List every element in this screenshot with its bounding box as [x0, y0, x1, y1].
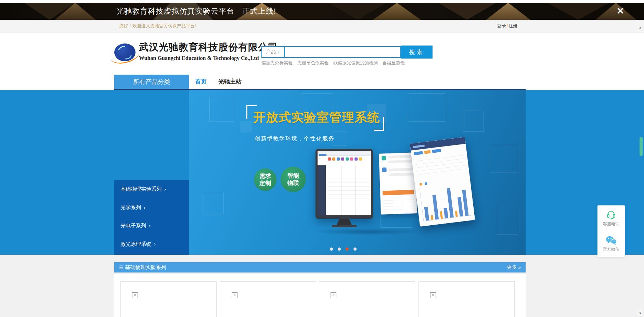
scrollbar-thumb[interactable] [640, 137, 643, 156]
welcome-greeting: 您好！欢迎进入光驰官方仿真产品平台! [119, 20, 196, 32]
carousel-dot[interactable] [338, 248, 341, 251]
hero-pattern-square [497, 203, 518, 234]
badge-text: 需求 [259, 173, 271, 180]
monitor-base [332, 225, 357, 227]
login-register-divider: / [506, 23, 508, 28]
service-phone-button[interactable]: 客服电话 [597, 205, 625, 231]
sidebar-item-label: 基础物理实验系列 [120, 186, 162, 192]
sidebar-item-laser-principle[interactable]: 激光原理系统 › [114, 235, 189, 253]
badge-text: 物联 [287, 179, 299, 187]
headset-icon [606, 210, 616, 220]
search-category-label: 产品 [266, 49, 276, 55]
hero-pattern-square [203, 193, 224, 214]
notice-text: 光驰教育科技虚拟仿真实验云平台 正式上线! [116, 3, 276, 20]
hero-section: 开放式实验室管理系统 创新型教学环境，个性化服务 需求 定制 智能 物联 [0, 90, 644, 255]
hero-panel-graphic [379, 152, 417, 215]
search-button[interactable]: 搜索 [401, 46, 433, 59]
wechat-icon [605, 236, 617, 245]
chevron-right-icon: › [164, 187, 166, 192]
product-card[interactable]: × [220, 281, 316, 317]
hero-chart-panel-graphic [410, 137, 475, 227]
chevron-right-icon: › [149, 223, 151, 229]
badge-text: 智能 [287, 172, 299, 179]
official-wechat-button[interactable]: 官方微信 [597, 231, 625, 256]
hero-subtitle: 创新型教学环境，个性化服务 [255, 135, 335, 142]
auth-links: 登录/注册 [497, 20, 517, 32]
hero-title: 开放式实验室管理系统 [253, 109, 380, 126]
badge-text: 定制 [259, 180, 271, 187]
main-nav: 所有产品分类 首页 光驰主站 [0, 75, 644, 89]
monitor-screen [318, 151, 371, 215]
search-box: 产品 ∨ [261, 46, 401, 58]
company-name-en: Wuhan Guangchi Education & Technology Co… [139, 55, 278, 61]
hero-monitor-graphic [315, 149, 373, 219]
hero-badge-iot: 智能 物联 [281, 167, 306, 192]
monitor-reflection [312, 228, 422, 235]
carousel-dots [330, 248, 357, 251]
welcome-bar: 您好！欢迎进入光驰官方仿真产品平台! 登录/注册 [0, 20, 644, 33]
official-wechat-label: 官方微信 [603, 246, 619, 252]
hero-pattern-square [490, 145, 518, 173]
sidebar-item-label: 激光原理系统 [120, 241, 151, 248]
login-link[interactable]: 登录 [497, 23, 506, 28]
list-icon: ☰ [119, 265, 124, 270]
chevron-down-icon: ∨ [277, 50, 280, 54]
chevron-right-icon: › [144, 205, 145, 210]
section-title: 基础物理实验系列 [125, 264, 166, 271]
search-input[interactable] [285, 47, 400, 57]
product-card[interactable]: × [120, 281, 217, 317]
broken-image-icon: × [232, 292, 237, 298]
scrollbar-down-arrow[interactable]: ∨ [637, 309, 643, 316]
product-card[interactable]: × [418, 281, 515, 317]
double-chevron-icon: » [518, 265, 521, 270]
hero-pattern-square [240, 121, 252, 132]
broken-image-icon: × [132, 292, 138, 298]
register-link[interactable]: 注册 [508, 23, 517, 28]
hot-search-link[interactable]: 光栅单色仪实验 [297, 60, 329, 66]
nav-home-tab[interactable]: 首页 [195, 75, 207, 89]
scrollbar-up-arrow[interactable]: ∧ [637, 25, 643, 31]
all-categories-button[interactable]: 所有产品分类 [114, 75, 189, 89]
sidebar-item-basic-physics[interactable]: 基础物理实验系列 › [114, 180, 189, 198]
hero-pattern-square [463, 111, 484, 132]
more-link[interactable]: 更多 » [507, 264, 521, 270]
hot-search-link[interactable]: 自组显微镜 [383, 60, 405, 66]
sidebar-item-optics[interactable]: 光学系列 › [114, 198, 189, 216]
more-label: 更多 [507, 264, 516, 270]
sidebar-item-label: 光电子系列 [120, 223, 146, 229]
broken-image-icon: × [430, 292, 436, 298]
product-card[interactable]: × [319, 281, 415, 317]
monitor-stand [337, 219, 352, 225]
hero-pattern-square [408, 93, 446, 122]
monitor-screen-body [318, 165, 371, 215]
hot-search-link[interactable]: 偏振光分析实验 [261, 60, 293, 66]
notice-banner: 光驰教育科技虚拟仿真实验云平台 正式上线! ✕ [0, 3, 644, 20]
carousel-dot-active[interactable] [346, 248, 349, 251]
section-header-bar: ☰ 基础物理实验系列 更多 » [114, 262, 526, 272]
chevron-right-icon: › [154, 241, 156, 247]
site-header: 武汉光驰教育科技股份有限公司 Wuhan Guangchi Education … [0, 33, 644, 75]
hero-badge-custom: 需求 定制 [254, 168, 276, 191]
carousel-dot[interactable] [330, 248, 333, 251]
banner-decor-triangle [438, 3, 496, 20]
company-name-zh: 武汉光驰教育科技股份有限公司 [139, 41, 278, 54]
hot-search-links: 偏振光分析实验 光栅单色仪实验 线偏振光偏振度的检测 自组显微镜 [261, 60, 405, 66]
products-section: ☰ 基础物理实验系列 更多 » × × × × [0, 255, 644, 317]
close-icon[interactable]: ✕ [615, 3, 626, 19]
service-phone-label: 客服电话 [603, 221, 619, 227]
customer-service-widget: 客服电话 官方微信 [597, 205, 625, 257]
logo-orbit-icon [109, 44, 141, 66]
banner-decor-triangle [486, 3, 530, 20]
sidebar-item-label: 光学系列 [120, 204, 141, 211]
hot-search-link[interactable]: 线偏振光偏振度的检测 [333, 60, 378, 66]
page: 光驰教育科技虚拟仿真实验云平台 正式上线! ✕ 您好！欢迎进入光驰官方仿真产品平… [0, 0, 644, 317]
hero-banner[interactable]: 开放式实验室管理系统 创新型教学环境，个性化服务 需求 定制 智能 物联 [189, 90, 526, 255]
search-category-dropdown[interactable]: 产品 ∨ [262, 47, 285, 57]
sidebar-item-optoelectronics[interactable]: 光电子系列 › [114, 217, 189, 235]
company-name: 武汉光驰教育科技股份有限公司 Wuhan Guangchi Education … [139, 41, 278, 61]
hero-pattern-square [209, 97, 234, 122]
carousel-dot[interactable] [353, 248, 357, 251]
broken-image-icon: × [331, 292, 336, 298]
hero-pattern-square [333, 131, 347, 145]
nav-main-site-tab[interactable]: 光驰主站 [218, 75, 242, 89]
